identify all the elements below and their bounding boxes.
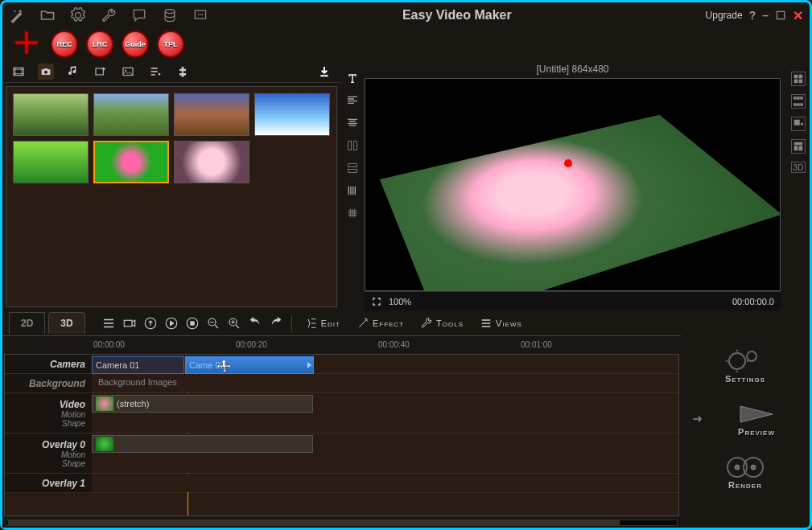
edit-action[interactable]: Edit: [299, 317, 347, 330]
zoom-out-icon[interactable]: [204, 314, 222, 332]
track-label-overlay0: Overlay 0 Motion Shape: [5, 433, 92, 473]
wand-icon[interactable]: [9, 7, 25, 23]
svg-point-10: [125, 69, 126, 71]
gear-icon[interactable]: [70, 7, 86, 23]
bars-icon[interactable]: [346, 184, 359, 197]
effect-action[interactable]: Effect: [350, 317, 410, 330]
chat-icon[interactable]: [131, 7, 147, 23]
svg-rect-20: [797, 97, 800, 100]
svg-rect-16: [799, 75, 803, 79]
track-label-camera: Camera: [5, 355, 92, 373]
svg-point-37: [729, 353, 745, 369]
preview-canvas[interactable]: [365, 78, 781, 291]
clip-video[interactable]: (stretch): [92, 395, 313, 413]
media-thumb[interactable]: [254, 93, 330, 136]
media-thumb[interactable]: [93, 93, 169, 136]
layout-icon[interactable]: [791, 139, 806, 154]
guide-button[interactable]: Guide: [122, 31, 149, 58]
views-action[interactable]: Views: [473, 317, 529, 330]
preview-right-tools: 3D: [787, 60, 810, 310]
stop-icon[interactable]: [183, 314, 201, 332]
background-hint: Background Images: [98, 377, 177, 387]
media-thumb[interactable]: [174, 141, 249, 183]
clip-thumb: [96, 437, 113, 451]
align-left-icon[interactable]: [346, 94, 359, 107]
svg-rect-29: [799, 146, 803, 150]
clip-overlay0[interactable]: [92, 435, 313, 453]
media-grid: [6, 86, 337, 307]
svg-rect-5: [777, 11, 784, 18]
svg-rect-34: [190, 321, 194, 325]
preview-button[interactable]: Preview: [712, 399, 801, 439]
tab-playlist[interactable]: [147, 64, 163, 80]
tab-audio[interactable]: [65, 64, 81, 80]
svg-rect-24: [800, 103, 803, 106]
up-arrow-icon[interactable]: [142, 314, 159, 332]
tab-plugin[interactable]: [175, 64, 191, 80]
zoom-in-icon[interactable]: [225, 314, 243, 332]
tools-action[interactable]: Tools: [414, 317, 470, 330]
media-thumb-selected[interactable]: [93, 141, 169, 183]
database-icon[interactable]: [162, 7, 178, 23]
tab-2d[interactable]: 2D: [9, 312, 45, 334]
tpl-button[interactable]: TPL: [157, 31, 184, 58]
svg-point-42: [751, 465, 756, 470]
media-thumb[interactable]: [13, 141, 89, 183]
clip-thumb: [96, 396, 113, 411]
media-thumb[interactable]: [13, 93, 89, 136]
settings-button[interactable]: Settings: [701, 346, 789, 386]
help-button[interactable]: ?: [749, 9, 756, 22]
clip-camera-2[interactable]: Came 02: [185, 356, 314, 374]
align-center-icon[interactable]: [346, 117, 359, 129]
media-thumb[interactable]: [174, 93, 249, 136]
tab-3d[interactable]: 3D: [48, 312, 84, 334]
svg-rect-22: [793, 103, 797, 106]
folder-icon[interactable]: [39, 7, 56, 23]
svg-rect-11: [348, 142, 352, 150]
main-toolbar: REC LRC Guide TPL: [2, 28, 810, 60]
text-tool-icon[interactable]: [346, 72, 359, 84]
grid-align-icon[interactable]: [791, 94, 806, 109]
clip-camera-1[interactable]: Camera 01: [92, 356, 184, 374]
zoom-level: 100%: [389, 297, 411, 306]
svg-rect-23: [797, 103, 800, 106]
svg-rect-12: [353, 142, 357, 150]
render-button[interactable]: Render: [701, 452, 789, 492]
camera-icon[interactable]: [121, 314, 138, 332]
svg-rect-25: [794, 120, 800, 125]
preview-left-tools: [340, 60, 365, 310]
undo-icon[interactable]: [246, 314, 264, 332]
columns-icon[interactable]: [346, 139, 359, 152]
tab-image[interactable]: [120, 64, 136, 80]
3d-button[interactable]: 3D: [791, 162, 806, 173]
menu-icon[interactable]: [100, 314, 117, 332]
add-button[interactable]: [10, 28, 43, 60]
wrench-icon[interactable]: [101, 7, 117, 23]
grid-icon[interactable]: [346, 207, 359, 220]
redo-icon[interactable]: [267, 314, 285, 332]
tab-camera[interactable]: [38, 64, 54, 80]
upgrade-button[interactable]: Upgrade: [706, 10, 743, 21]
tab-video[interactable]: [10, 64, 27, 80]
svg-rect-21: [800, 97, 803, 100]
lrc-button[interactable]: LRC: [86, 31, 113, 58]
download-button[interactable]: [316, 64, 332, 80]
record-button[interactable]: REC: [51, 31, 78, 58]
minimize-button[interactable]: –: [762, 9, 769, 22]
big-small-icon[interactable]: [791, 117, 806, 131]
svg-point-7: [44, 70, 47, 73]
play-icon[interactable]: [163, 314, 180, 332]
tab-rect-plus[interactable]: [93, 64, 109, 80]
svg-rect-28: [794, 146, 798, 150]
grid4-icon[interactable]: [791, 72, 806, 86]
arrow-right-icon: [690, 411, 706, 427]
screen-icon[interactable]: [192, 7, 208, 23]
maximize-button[interactable]: [775, 10, 786, 21]
media-panel: [2, 60, 340, 310]
timeline-ruler[interactable]: 00:00:00 00:00:20 00:00:40 00:01:00: [2, 336, 681, 352]
preview-title: [Untitle] 864x480: [365, 60, 781, 78]
expand-icon[interactable]: [371, 296, 382, 307]
horizontal-scrollbar[interactable]: [2, 518, 681, 528]
close-button[interactable]: ✕: [793, 8, 803, 23]
rows-icon[interactable]: [346, 162, 359, 175]
